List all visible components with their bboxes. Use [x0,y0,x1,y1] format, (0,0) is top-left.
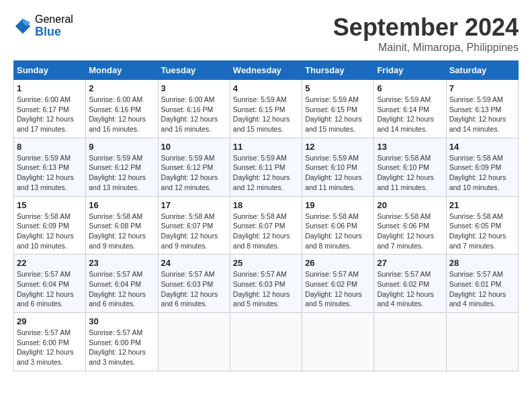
calendar-cell [446,313,518,371]
day-number: 3 [161,83,227,93]
day-number: 6 [377,83,443,93]
calendar-cell: 20Sunrise: 5:58 AMSunset: 6:06 PMDayligh… [374,196,446,255]
day-detail: Sunrise: 6:00 AMSunset: 6:16 PMDaylight:… [161,95,218,133]
calendar-cell: 11Sunrise: 5:59 AMSunset: 6:11 PMDayligh… [230,138,302,196]
col-monday: Monday [86,61,158,80]
day-number: 10 [161,142,227,152]
day-detail: Sunrise: 5:59 AMSunset: 6:10 PMDaylight:… [305,154,362,191]
calendar-cell: 28Sunrise: 5:57 AMSunset: 6:01 PMDayligh… [446,255,518,313]
calendar-cell: 5Sunrise: 5:59 AMSunset: 6:15 PMDaylight… [302,80,374,138]
day-number: 29 [17,316,83,326]
day-detail: Sunrise: 5:58 AMSunset: 6:05 PMDaylight:… [449,212,506,250]
day-number: 27 [377,258,443,268]
day-detail: Sunrise: 5:59 AMSunset: 6:14 PMDaylight:… [377,95,434,133]
day-detail: Sunrise: 5:57 AMSunset: 6:04 PMDaylight:… [89,270,146,308]
day-number: 21 [449,200,515,210]
calendar-cell [374,313,446,371]
day-number: 8 [17,142,83,152]
day-number: 23 [89,258,154,268]
calendar-cell: 1Sunrise: 6:00 AMSunset: 6:17 PMDaylight… [14,80,86,138]
calendar-cell: 7Sunrise: 5:59 AMSunset: 6:13 PMDaylight… [446,80,518,138]
calendar-cell: 4Sunrise: 5:59 AMSunset: 6:15 PMDaylight… [230,80,302,138]
day-number: 18 [233,200,299,210]
calendar-cell: 30Sunrise: 5:57 AMSunset: 6:00 PMDayligh… [86,313,158,371]
col-wednesday: Wednesday [230,61,302,80]
calendar-cell: 25Sunrise: 5:57 AMSunset: 6:03 PMDayligh… [230,255,302,313]
day-detail: Sunrise: 5:57 AMSunset: 6:01 PMDaylight:… [449,270,506,308]
col-tuesday: Tuesday [158,61,230,80]
calendar-cell: 2Sunrise: 6:00 AMSunset: 6:16 PMDaylight… [86,80,158,138]
day-number: 2 [89,83,154,93]
day-detail: Sunrise: 5:59 AMSunset: 6:13 PMDaylight:… [449,95,506,133]
calendar-cell: 6Sunrise: 5:59 AMSunset: 6:14 PMDaylight… [374,80,446,138]
day-detail: Sunrise: 5:59 AMSunset: 6:11 PMDaylight:… [233,154,290,191]
day-number: 28 [449,258,515,268]
day-detail: Sunrise: 5:57 AMSunset: 6:00 PMDaylight:… [89,328,146,366]
day-detail: Sunrise: 5:58 AMSunset: 6:09 PMDaylight:… [449,154,506,191]
col-thursday: Thursday [302,61,374,80]
day-number: 30 [89,316,154,326]
col-friday: Friday [374,61,446,80]
calendar-cell: 3Sunrise: 6:00 AMSunset: 6:16 PMDaylight… [158,80,230,138]
calendar-cell: 8Sunrise: 5:59 AMSunset: 6:13 PMDaylight… [14,138,86,196]
calendar-cell: 9Sunrise: 5:59 AMSunset: 6:12 PMDaylight… [86,138,158,196]
calendar-cell: 29Sunrise: 5:57 AMSunset: 6:00 PMDayligh… [14,313,86,371]
day-number: 15 [17,200,83,210]
calendar-cell: 16Sunrise: 5:58 AMSunset: 6:08 PMDayligh… [86,196,158,255]
calendar-cell: 17Sunrise: 5:58 AMSunset: 6:07 PMDayligh… [158,196,230,255]
calendar-cell: 21Sunrise: 5:58 AMSunset: 6:05 PMDayligh… [446,196,518,255]
day-detail: Sunrise: 5:59 AMSunset: 6:13 PMDaylight:… [17,154,74,191]
calendar-cell: 26Sunrise: 5:57 AMSunset: 6:02 PMDayligh… [302,255,374,313]
calendar-cell: 23Sunrise: 5:57 AMSunset: 6:04 PMDayligh… [86,255,158,313]
main-title: September 2024 [333,13,519,42]
calendar-week-row: 1Sunrise: 6:00 AMSunset: 6:17 PMDaylight… [14,80,519,138]
day-detail: Sunrise: 5:57 AMSunset: 6:03 PMDaylight:… [161,270,218,308]
day-detail: Sunrise: 5:59 AMSunset: 6:12 PMDaylight:… [89,154,146,191]
logo-text: General Blue [35,13,73,38]
title-section: September 2024 Mainit, Mimaropa, Philipp… [333,13,519,54]
day-detail: Sunrise: 6:00 AMSunset: 6:16 PMDaylight:… [89,95,146,133]
day-detail: Sunrise: 5:59 AMSunset: 6:12 PMDaylight:… [161,154,218,191]
day-number: 17 [161,200,227,210]
day-detail: Sunrise: 5:57 AMSunset: 6:04 PMDaylight:… [17,270,74,308]
day-number: 24 [161,258,227,268]
day-number: 22 [17,258,83,268]
day-number: 9 [89,142,154,152]
calendar-week-row: 22Sunrise: 5:57 AMSunset: 6:04 PMDayligh… [14,255,519,313]
day-detail: Sunrise: 5:58 AMSunset: 6:07 PMDaylight:… [161,212,218,250]
day-number: 14 [449,142,515,152]
day-number: 26 [305,258,371,268]
calendar-cell: 19Sunrise: 5:58 AMSunset: 6:06 PMDayligh… [302,196,374,255]
col-sunday: Sunday [14,61,86,80]
day-detail: Sunrise: 5:58 AMSunset: 6:10 PMDaylight:… [377,154,434,191]
subtitle: Mainit, Mimaropa, Philippines [333,42,519,54]
day-detail: Sunrise: 6:00 AMSunset: 6:17 PMDaylight:… [17,95,74,133]
logo: General Blue [13,13,73,38]
calendar-cell: 24Sunrise: 5:57 AMSunset: 6:03 PMDayligh… [158,255,230,313]
day-number: 1 [17,83,83,93]
calendar-cell: 13Sunrise: 5:58 AMSunset: 6:10 PMDayligh… [374,138,446,196]
day-detail: Sunrise: 5:58 AMSunset: 6:09 PMDaylight:… [17,212,74,250]
day-number: 7 [449,83,515,93]
day-number: 4 [233,83,299,93]
day-detail: Sunrise: 5:59 AMSunset: 6:15 PMDaylight:… [305,95,362,133]
day-number: 19 [305,200,371,210]
day-detail: Sunrise: 5:59 AMSunset: 6:15 PMDaylight:… [233,95,290,133]
day-detail: Sunrise: 5:58 AMSunset: 6:06 PMDaylight:… [305,212,362,250]
day-number: 20 [377,200,443,210]
calendar-cell: 15Sunrise: 5:58 AMSunset: 6:09 PMDayligh… [14,196,86,255]
logo-general: General [35,13,73,26]
day-number: 11 [233,142,299,152]
calendar-cell [230,313,302,371]
calendar-week-row: 15Sunrise: 5:58 AMSunset: 6:09 PMDayligh… [14,196,519,255]
logo-blue: Blue [35,26,73,39]
logo-icon [13,17,32,36]
page-header: General Blue September 2024 Mainit, Mima… [13,13,519,54]
day-detail: Sunrise: 5:58 AMSunset: 6:06 PMDaylight:… [377,212,434,250]
day-number: 5 [305,83,371,93]
calendar-cell: 27Sunrise: 5:57 AMSunset: 6:02 PMDayligh… [374,255,446,313]
calendar-week-row: 29Sunrise: 5:57 AMSunset: 6:00 PMDayligh… [14,313,519,371]
col-saturday: Saturday [446,61,518,80]
day-detail: Sunrise: 5:57 AMSunset: 6:03 PMDaylight:… [233,270,290,308]
calendar-table: Sunday Monday Tuesday Wednesday Thursday… [13,60,519,371]
